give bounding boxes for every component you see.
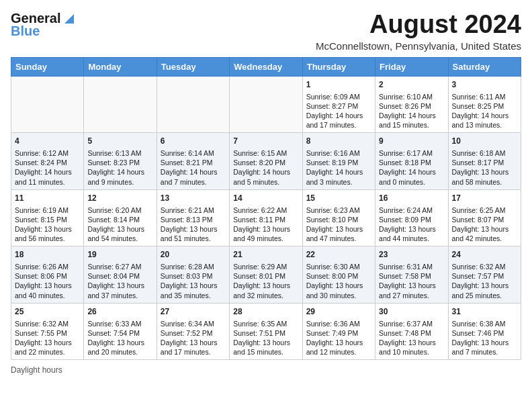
day-number: 13: [161, 193, 226, 204]
calendar-week-3: 11Sunrise: 6:19 AM Sunset: 8:15 PM Dayli…: [11, 189, 521, 246]
day-info: Sunrise: 6:21 AM Sunset: 8:13 PM Dayligh…: [161, 205, 226, 244]
calendar-cell: 28Sunrise: 6:35 AM Sunset: 7:51 PM Dayli…: [230, 303, 302, 359]
day-info: Sunrise: 6:11 AM Sunset: 8:25 PM Dayligh…: [452, 92, 517, 130]
calendar-cell: 20Sunrise: 6:28 AM Sunset: 8:03 PM Dayli…: [157, 246, 229, 303]
day-number: 7: [233, 136, 298, 147]
logo: General Blue: [11, 11, 77, 39]
logo-triangle-icon: [62, 11, 77, 26]
day-number: 17: [452, 193, 517, 204]
calendar-header-monday: Monday: [84, 57, 157, 76]
day-info: Sunrise: 6:22 AM Sunset: 8:11 PM Dayligh…: [233, 205, 298, 244]
day-number: 26: [87, 306, 152, 318]
day-number: 27: [161, 306, 226, 318]
day-number: 19: [87, 249, 152, 261]
calendar-header-saturday: Saturday: [448, 57, 521, 76]
calendar-header-wednesday: Wednesday: [230, 57, 302, 76]
calendar-week-1: 1Sunrise: 6:09 AM Sunset: 8:27 PM Daylig…: [11, 76, 521, 132]
calendar-cell: [157, 76, 229, 132]
calendar-cell: 29Sunrise: 6:36 AM Sunset: 7:49 PM Dayli…: [302, 303, 375, 359]
day-info: Sunrise: 6:25 AM Sunset: 8:07 PM Dayligh…: [452, 205, 517, 244]
calendar-cell: 25Sunrise: 6:32 AM Sunset: 7:55 PM Dayli…: [11, 303, 84, 359]
calendar-cell: [230, 76, 302, 132]
day-info: Sunrise: 6:10 AM Sunset: 8:26 PM Dayligh…: [379, 92, 444, 130]
footer-note: Daylight hours: [11, 365, 521, 375]
day-number: 23: [379, 249, 444, 261]
day-info: Sunrise: 6:38 AM Sunset: 7:46 PM Dayligh…: [452, 319, 517, 357]
calendar-cell: 5Sunrise: 6:13 AM Sunset: 8:23 PM Daylig…: [84, 133, 157, 189]
calendar-week-4: 18Sunrise: 6:26 AM Sunset: 8:06 PM Dayli…: [11, 246, 521, 303]
day-info: Sunrise: 6:32 AM Sunset: 7:57 PM Dayligh…: [452, 262, 517, 300]
day-number: 10: [452, 136, 517, 147]
calendar-header-row: SundayMondayTuesdayWednesdayThursdayFrid…: [11, 57, 521, 76]
day-info: Sunrise: 6:18 AM Sunset: 8:17 PM Dayligh…: [452, 148, 517, 187]
calendar-cell: 3Sunrise: 6:11 AM Sunset: 8:25 PM Daylig…: [448, 76, 521, 132]
day-info: Sunrise: 6:26 AM Sunset: 8:06 PM Dayligh…: [15, 262, 80, 300]
day-number: 25: [15, 306, 80, 318]
calendar-cell: 27Sunrise: 6:34 AM Sunset: 7:52 PM Dayli…: [157, 303, 229, 359]
calendar-cell: [84, 76, 157, 132]
location: McConnellstown, Pennsylvania, United Sta…: [316, 40, 521, 52]
day-info: Sunrise: 6:13 AM Sunset: 8:23 PM Dayligh…: [87, 148, 152, 187]
calendar-header-tuesday: Tuesday: [157, 57, 229, 76]
month-title: August 2024: [316, 11, 521, 39]
day-info: Sunrise: 6:37 AM Sunset: 7:48 PM Dayligh…: [379, 319, 444, 357]
day-number: 1: [306, 79, 371, 91]
day-number: 6: [161, 136, 226, 147]
calendar-cell: 17Sunrise: 6:25 AM Sunset: 8:07 PM Dayli…: [448, 189, 521, 246]
page-header: General Blue August 2024 McConnellstown,…: [11, 11, 521, 52]
calendar-cell: 21Sunrise: 6:29 AM Sunset: 8:01 PM Dayli…: [230, 246, 302, 303]
day-number: 29: [306, 306, 371, 318]
calendar-cell: 2Sunrise: 6:10 AM Sunset: 8:26 PM Daylig…: [375, 76, 448, 132]
day-number: 22: [306, 249, 371, 261]
calendar-cell: 16Sunrise: 6:24 AM Sunset: 8:09 PM Dayli…: [375, 189, 448, 246]
calendar-cell: 14Sunrise: 6:22 AM Sunset: 8:11 PM Dayli…: [230, 189, 302, 246]
calendar-cell: 1Sunrise: 6:09 AM Sunset: 8:27 PM Daylig…: [302, 76, 375, 132]
calendar-cell: 15Sunrise: 6:23 AM Sunset: 8:10 PM Dayli…: [302, 189, 375, 246]
svg-marker-0: [64, 14, 74, 24]
calendar-cell: 18Sunrise: 6:26 AM Sunset: 8:06 PM Dayli…: [11, 246, 84, 303]
day-number: 21: [233, 249, 298, 261]
day-number: 5: [87, 136, 152, 147]
calendar-cell: 24Sunrise: 6:32 AM Sunset: 7:57 PM Dayli…: [448, 246, 521, 303]
day-info: Sunrise: 6:12 AM Sunset: 8:24 PM Dayligh…: [15, 148, 80, 187]
calendar-cell: 11Sunrise: 6:19 AM Sunset: 8:15 PM Dayli…: [11, 189, 84, 246]
calendar-header-sunday: Sunday: [11, 57, 84, 76]
day-number: 3: [452, 79, 517, 91]
logo-text-block: General Blue: [11, 11, 77, 39]
day-info: Sunrise: 6:36 AM Sunset: 7:49 PM Dayligh…: [306, 319, 371, 357]
day-number: 15: [306, 193, 371, 204]
day-number: 12: [87, 193, 152, 204]
day-number: 31: [452, 306, 517, 318]
day-number: 9: [379, 136, 444, 147]
day-info: Sunrise: 6:15 AM Sunset: 8:20 PM Dayligh…: [233, 148, 298, 187]
calendar-cell: 4Sunrise: 6:12 AM Sunset: 8:24 PM Daylig…: [11, 133, 84, 189]
day-info: Sunrise: 6:17 AM Sunset: 8:18 PM Dayligh…: [379, 148, 444, 187]
calendar-cell: 19Sunrise: 6:27 AM Sunset: 8:04 PM Dayli…: [84, 246, 157, 303]
calendar-header-friday: Friday: [375, 57, 448, 76]
day-info: Sunrise: 6:20 AM Sunset: 8:14 PM Dayligh…: [87, 205, 152, 244]
calendar-cell: 26Sunrise: 6:33 AM Sunset: 7:54 PM Dayli…: [84, 303, 157, 359]
day-info: Sunrise: 6:28 AM Sunset: 8:03 PM Dayligh…: [161, 262, 226, 300]
calendar-week-5: 25Sunrise: 6:32 AM Sunset: 7:55 PM Dayli…: [11, 303, 521, 359]
day-info: Sunrise: 6:24 AM Sunset: 8:09 PM Dayligh…: [379, 205, 444, 244]
calendar-cell: 13Sunrise: 6:21 AM Sunset: 8:13 PM Dayli…: [157, 189, 229, 246]
day-info: Sunrise: 6:35 AM Sunset: 7:51 PM Dayligh…: [233, 319, 298, 357]
calendar-cell: 12Sunrise: 6:20 AM Sunset: 8:14 PM Dayli…: [84, 189, 157, 246]
day-number: 2: [379, 79, 444, 91]
day-number: 20: [161, 249, 226, 261]
day-number: 28: [233, 306, 298, 318]
day-info: Sunrise: 6:33 AM Sunset: 7:54 PM Dayligh…: [87, 319, 152, 357]
day-info: Sunrise: 6:09 AM Sunset: 8:27 PM Dayligh…: [306, 92, 371, 130]
day-number: 4: [15, 136, 80, 147]
calendar-cell: 10Sunrise: 6:18 AM Sunset: 8:17 PM Dayli…: [448, 133, 521, 189]
day-info: Sunrise: 6:27 AM Sunset: 8:04 PM Dayligh…: [87, 262, 152, 300]
calendar-cell: [11, 76, 84, 132]
day-number: 8: [306, 136, 371, 147]
calendar-cell: 9Sunrise: 6:17 AM Sunset: 8:18 PM Daylig…: [375, 133, 448, 189]
day-number: 24: [452, 249, 517, 261]
day-info: Sunrise: 6:31 AM Sunset: 7:58 PM Dayligh…: [379, 262, 444, 300]
day-number: 18: [15, 249, 80, 261]
day-number: 16: [379, 193, 444, 204]
calendar-cell: 8Sunrise: 6:16 AM Sunset: 8:19 PM Daylig…: [302, 133, 375, 189]
day-info: Sunrise: 6:29 AM Sunset: 8:01 PM Dayligh…: [233, 262, 298, 300]
